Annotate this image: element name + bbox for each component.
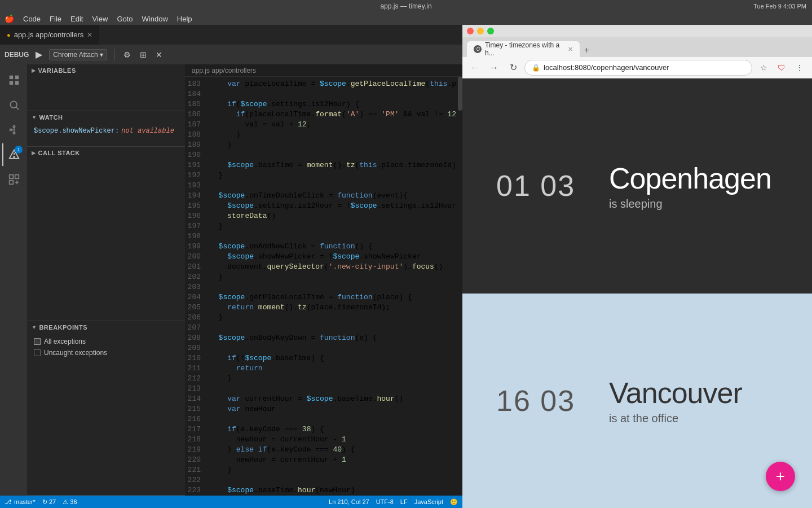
svg-rect-16: [10, 181, 14, 185]
add-city-btn[interactable]: +: [766, 462, 795, 491]
datetime-display: Tue Feb 9 4:03 PM: [753, 3, 806, 10]
line-number: 211: [185, 364, 210, 374]
line-content: }: [210, 221, 462, 231]
window-maximize-btn[interactable]: [487, 28, 494, 34]
tab-bar: ● app.js app/controllers ✕: [0, 25, 462, 45]
line-content: storeData(): [210, 211, 462, 221]
line-content: $scope.getPlaceLocalTime = function(plac…: [210, 292, 462, 303]
code-line: 221 }: [185, 465, 462, 475]
code-line: 188 }: [185, 130, 462, 140]
code-line: 212 }: [185, 374, 462, 384]
debug-close-btn[interactable]: ✕: [153, 49, 165, 60]
line-number: 186: [185, 110, 210, 120]
code-line: 197 }: [185, 221, 462, 231]
code-scrollbar[interactable]: [457, 77, 462, 496]
apple-menu[interactable]: 🍎: [5, 14, 14, 23]
scrollbar-thumb[interactable]: [458, 77, 462, 111]
activity-extensions[interactable]: [2, 168, 25, 191]
language-mode[interactable]: JavaScript: [414, 498, 443, 505]
callstack-section: ▶ CALL STACK: [27, 147, 185, 321]
menu-help[interactable]: Help: [177, 15, 192, 23]
forward-btn[interactable]: →: [486, 60, 502, 76]
activity-search[interactable]: [2, 94, 25, 116]
code-line: 202 }: [185, 272, 462, 282]
menu-code[interactable]: Code: [23, 15, 41, 23]
editor-tab-appjs[interactable]: ● app.js app/controllers ✕: [0, 25, 100, 45]
tab-close-btn[interactable]: ✕: [87, 31, 92, 39]
line-number: 222: [185, 475, 210, 485]
line-number: 200: [185, 252, 210, 262]
line-content: $scope.settings.is12Hour = !$scope.setti…: [210, 201, 462, 211]
line-number: 183: [185, 79, 210, 89]
cursor-position[interactable]: Ln 210, Col 27: [329, 498, 369, 505]
code-line: 210 if(!$scope.baseTime) {: [185, 353, 462, 364]
menu-view[interactable]: View: [92, 15, 108, 23]
menu-window[interactable]: Window: [142, 15, 168, 23]
sync-status[interactable]: ↻ 27: [42, 498, 56, 506]
browser-menu-btn[interactable]: ⋮: [792, 60, 807, 76]
code-editor[interactable]: app.js app/controllers 183 var placeLoca…: [185, 64, 462, 496]
line-number: 205: [185, 303, 210, 313]
refresh-btn[interactable]: ↻: [505, 60, 521, 76]
emoji-status[interactable]: 🙂: [450, 498, 458, 506]
variables-section: ▶ VARIABLES: [27, 64, 185, 111]
window-minimize-btn[interactable]: [477, 28, 484, 34]
activity-bar: 1: [0, 64, 27, 496]
breakpoints-title: BREAKPOINTS: [39, 324, 87, 331]
debug-play-btn[interactable]: ▶: [33, 48, 45, 61]
code-content[interactable]: 183 var placeLocalTime = $scope.getPlace…: [185, 77, 462, 496]
url-bar[interactable]: 🔒 localhost:8080/copenhagen/vancouver: [524, 60, 752, 76]
callstack-header[interactable]: ▶ CALL STACK: [27, 147, 185, 159]
bp-all-checkbox[interactable]: [34, 338, 41, 345]
line-number: 196: [185, 211, 210, 221]
vancouver-info: Vancouver is at the office: [609, 376, 742, 425]
activity-git[interactable]: [2, 119, 25, 141]
code-line: 191 $scope.baseTime = moment().tz(this.p…: [185, 160, 462, 170]
callstack-chevron: ▶: [32, 150, 36, 156]
svg-rect-3: [15, 81, 19, 85]
browser-tab-title: Timey - timezones with a h...: [485, 41, 562, 57]
variables-header[interactable]: ▶ VARIABLES: [27, 64, 185, 77]
menu-goto[interactable]: Goto: [117, 15, 133, 23]
vscode-content: 1 ▶ VARIABLES: [0, 64, 462, 496]
activity-explorer[interactable]: [2, 69, 25, 91]
window-close-btn[interactable]: [467, 28, 474, 34]
file-encoding[interactable]: UTF-8: [376, 498, 394, 505]
watch-section: ▼ WATCH $scope.showNewPicker: not availa…: [27, 111, 185, 147]
line-content: document.querySelector('.new-city-input'…: [210, 262, 462, 272]
browser-tab-close-btn[interactable]: ✕: [568, 46, 573, 53]
bookmark-btn[interactable]: ☆: [756, 60, 771, 76]
debug-config-dropdown[interactable]: Chrome Attach ▾: [49, 49, 107, 60]
city-tile-copenhagen: 01 03 Copenhagen is sleeping: [462, 78, 812, 294]
window-title: app.js — timey.in: [380, 2, 431, 10]
bp-uncaught-exceptions[interactable]: Uncaught exceptions: [27, 347, 185, 358]
back-btn[interactable]: ←: [467, 60, 483, 76]
svg-point-4: [10, 101, 17, 108]
line-ending[interactable]: LF: [400, 498, 408, 505]
line-content: }: [210, 313, 462, 323]
line-number: 219: [185, 445, 210, 455]
svg-point-13: [14, 156, 15, 157]
extensions-icon[interactable]: 🛡: [774, 60, 789, 76]
git-branch[interactable]: ⎇ master*: [5, 498, 36, 506]
code-line: 217 if(e.keyCode === 38) {: [185, 424, 462, 435]
code-line: 207: [185, 323, 462, 333]
bp-all-exceptions[interactable]: All exceptions: [27, 336, 185, 347]
status-right: Ln 210, Col 27 UTF-8 LF JavaScript 🙂: [329, 498, 458, 506]
menu-edit[interactable]: Edit: [70, 15, 83, 23]
menu-file[interactable]: File: [50, 15, 61, 23]
svg-rect-15: [15, 175, 19, 179]
line-number: 204: [185, 292, 210, 303]
warnings-status[interactable]: ⚠ 36: [63, 498, 77, 506]
watch-header[interactable]: ▼ WATCH: [27, 111, 185, 124]
browser-tab-timey[interactable]: ⏱ Timey - timezones with a h... ✕: [467, 41, 580, 57]
debug-split-btn[interactable]: ⊞: [138, 49, 149, 60]
line-content: [210, 231, 462, 242]
bp-uncaught-checkbox[interactable]: [34, 349, 41, 356]
debug-settings-btn[interactable]: ⚙: [121, 49, 133, 60]
code-line: 185 if($scope.settings.is12Hour) {: [185, 99, 462, 110]
status-bar: ⎇ master* ↻ 27 ⚠ 36 Ln 210, Col 27 UTF-8…: [0, 496, 462, 508]
breakpoints-header[interactable]: ▼ BREAKPOINTS: [27, 321, 185, 334]
new-tab-btn[interactable]: +: [580, 43, 594, 57]
activity-debug[interactable]: 1: [2, 143, 25, 166]
